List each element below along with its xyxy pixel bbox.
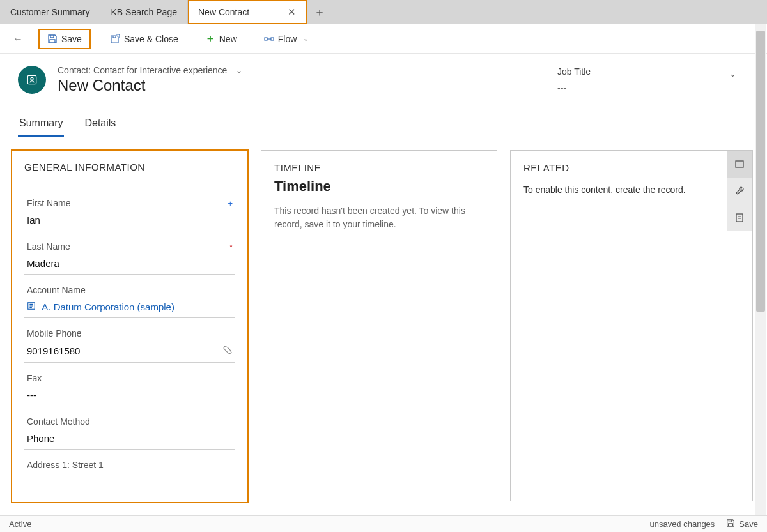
new-button[interactable]: ＋ New: [198, 30, 245, 48]
save-close-icon: [110, 34, 120, 44]
record-header: Contact: Contact for Interactive experie…: [0, 54, 767, 101]
field-value: Phone: [27, 433, 233, 444]
rail-document-icon[interactable]: [727, 204, 752, 231]
status-unsaved: unsaved changes: [649, 519, 715, 529]
field-label: Last Name: [27, 241, 70, 252]
tab-new-contact[interactable]: New Contact ✕: [188, 0, 307, 24]
flow-button[interactable]: Flow ⌄: [256, 30, 317, 48]
field-value: A. Datum Corporation (sample): [42, 301, 174, 312]
scrollbar-thumb[interactable]: [756, 31, 765, 312]
field-label: Contact Method: [27, 416, 90, 427]
form-selector[interactable]: Contact: Contact for Interactive experie…: [58, 65, 557, 75]
field-value: Madera: [27, 258, 233, 269]
form-tabs: Summary Details: [0, 101, 767, 137]
save-icon: [726, 519, 735, 529]
button-label: Save: [739, 519, 758, 529]
new-tab-button[interactable]: ＋: [307, 0, 332, 24]
svg-point-3: [31, 77, 33, 80]
section-related: RELATED To enable this content, create t…: [510, 150, 753, 501]
status-bar: Active unsaved changes Save: [0, 515, 767, 532]
command-bar: ← Save Save & Close ＋ New Flow ⌄: [0, 24, 767, 54]
account-icon: [27, 301, 36, 310]
svg-rect-6: [736, 214, 743, 222]
button-label: Flow: [278, 34, 297, 44]
button-label: Save: [61, 34, 82, 44]
timeline-heading: Timeline: [274, 178, 484, 195]
phone-icon[interactable]: [222, 345, 233, 357]
field-address1-street1[interactable]: Address 1: Street 1: [24, 453, 235, 475]
related-placeholder-text: To enable this content, create the recor…: [523, 185, 740, 195]
status-state: Active: [9, 519, 31, 529]
section-title: GENERAL INFORMATION: [12, 162, 248, 172]
field-label: Fax: [27, 373, 42, 383]
rail-wrench-icon[interactable]: [727, 178, 752, 204]
button-label: New: [219, 34, 237, 44]
field-last-name[interactable]: Last Name* Madera: [24, 235, 235, 275]
field-first-name[interactable]: First Name+ Ian: [24, 192, 235, 231]
field-value: ---: [557, 83, 736, 93]
field-fax[interactable]: Fax ---: [24, 367, 235, 406]
svg-rect-5: [736, 161, 743, 167]
tab-label: KB Search Page: [111, 7, 177, 17]
svg-rect-0: [265, 38, 267, 40]
chevron-down-icon: ⌄: [729, 69, 736, 79]
session-tabbar: Customer Summary KB Search Page New Cont…: [0, 0, 767, 24]
tab-label: Customer Summary: [10, 7, 89, 17]
save-button[interactable]: Save: [38, 29, 91, 49]
required-indicator: *: [229, 242, 233, 252]
section-title: TIMELINE: [274, 162, 484, 173]
field-label: Account Name: [27, 285, 86, 295]
svg-rect-1: [271, 38, 274, 40]
plus-icon: ＋: [205, 34, 215, 44]
form-selector-label: Contact: Contact for Interactive experie…: [58, 65, 227, 75]
field-value: ---: [27, 390, 233, 400]
lookup-value[interactable]: A. Datum Corporation (sample): [27, 301, 233, 312]
form-body: GENERAL INFORMATION First Name+ Ian Last…: [0, 137, 767, 503]
tab-kb-search[interactable]: KB Search Page: [100, 0, 188, 24]
footer-save-button[interactable]: Save: [726, 519, 758, 529]
tab-details[interactable]: Details: [83, 114, 117, 137]
field-mobile-phone[interactable]: Mobile Phone 9019161580: [24, 322, 235, 363]
timeline-placeholder-text: This record hasn't been created yet. To …: [274, 199, 484, 231]
save-icon: [47, 34, 58, 44]
field-contact-method[interactable]: Contact Method Phone: [24, 410, 235, 450]
field-label: Job Title: [557, 66, 736, 77]
recommended-indicator: +: [228, 199, 233, 208]
vertical-scrollbar[interactable]: [755, 24, 766, 515]
button-label: Save & Close: [124, 34, 178, 44]
chevron-down-icon: ⌄: [236, 66, 242, 75]
entity-badge: [18, 66, 46, 94]
assistant-rail: [727, 151, 752, 231]
field-label: First Name: [27, 198, 70, 208]
page-title: New Contact: [58, 77, 557, 95]
header-field-job-title[interactable]: ⌄ Job Title ---: [557, 66, 749, 93]
field-label: Address 1: Street 1: [27, 460, 104, 470]
save-and-close-button[interactable]: Save & Close: [102, 30, 186, 48]
flow-icon: [264, 34, 274, 44]
tab-customer-summary[interactable]: Customer Summary: [0, 0, 100, 24]
section-timeline: TIMELINE Timeline This record hasn't bee…: [261, 150, 497, 257]
field-label: Mobile Phone: [27, 328, 82, 338]
rail-panel-icon[interactable]: [727, 151, 752, 178]
field-value: Ian: [27, 215, 233, 225]
tab-summary[interactable]: Summary: [18, 114, 64, 137]
field-account-name[interactable]: Account Name A. Datum Corporation (sampl…: [24, 278, 235, 318]
back-button[interactable]: ←: [9, 31, 27, 47]
section-title: RELATED: [523, 162, 740, 173]
field-value: 9019161580: [27, 346, 80, 356]
chevron-down-icon: ⌄: [303, 34, 309, 43]
section-general-information: GENERAL INFORMATION First Name+ Ian Last…: [12, 150, 248, 503]
close-icon[interactable]: ✕: [288, 6, 296, 18]
tab-label: New Contact: [198, 7, 249, 17]
